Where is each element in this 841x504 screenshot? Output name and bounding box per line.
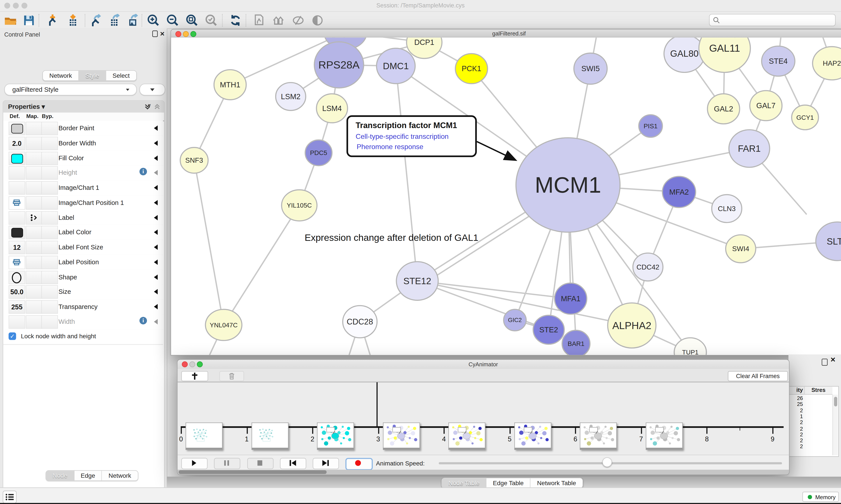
mapping-cell[interactable] — [26, 271, 42, 284]
bypass-cell[interactable] — [41, 241, 58, 254]
bypass-cell[interactable] — [41, 226, 58, 239]
mapping-cell[interactable] — [26, 315, 42, 328]
home-network-icon[interactable] — [272, 14, 285, 27]
bypass-cell[interactable] — [41, 137, 58, 150]
text-annotation[interactable]: Expression change after deletion of GAL1 — [305, 232, 478, 243]
hide-eye-icon[interactable] — [292, 14, 305, 27]
info-icon[interactable]: i — [140, 168, 147, 175]
bypass-cell[interactable] — [41, 211, 58, 224]
show-eye-icon[interactable] — [311, 14, 324, 27]
tab-select[interactable]: Select — [106, 71, 136, 80]
copy-document-icon[interactable] — [252, 14, 265, 27]
pause-button[interactable] — [214, 458, 240, 469]
mapping-cell[interactable] — [26, 151, 42, 165]
property-row-fill-color[interactable]: Fill Color — [3, 150, 163, 166]
table-cell[interactable]: 1 — [790, 413, 803, 419]
record-button[interactable] — [345, 458, 373, 470]
mapping-cell[interactable] — [26, 285, 42, 299]
property-row-size[interactable]: 50.0Size — [3, 284, 163, 300]
delete-frame-button[interactable] — [219, 371, 244, 381]
frame-thumbnail-3[interactable] — [383, 422, 420, 450]
property-row-border-paint[interactable]: Border Paint — [3, 121, 163, 136]
next-frame-button[interactable] — [313, 458, 339, 469]
default-value-cell[interactable]: 12 — [8, 241, 25, 254]
table-cell[interactable]: 2 — [790, 444, 803, 449]
table-cell[interactable]: 2 — [790, 438, 803, 444]
mapping-cell[interactable] — [26, 181, 42, 195]
expand-arrow-icon[interactable] — [154, 245, 158, 250]
zoom-out-icon[interactable] — [166, 14, 179, 27]
bypass-cell[interactable] — [41, 315, 58, 328]
frame-thumbnail-0[interactable] — [185, 422, 222, 450]
default-value-cell[interactable]: 255 — [8, 300, 25, 313]
export-table-icon[interactable] — [108, 14, 121, 27]
property-row-image-chart-position-1[interactable]: Image/Chart Position 1 — [3, 195, 163, 211]
play-button[interactable] — [181, 458, 208, 469]
property-row-image-chart-1[interactable]: Image/Chart 1 — [3, 180, 163, 196]
annotation-link[interactable]: Cell-type-specific transcription — [356, 132, 449, 141]
zoom-selected-icon[interactable] — [205, 14, 218, 27]
column-header[interactable]: ity — [789, 386, 804, 395]
bypass-cell[interactable] — [41, 271, 58, 284]
playhead[interactable] — [377, 382, 378, 426]
property-row-width[interactable]: Widthi — [3, 314, 163, 329]
expand-arrow-icon[interactable] — [154, 185, 158, 190]
bypass-cell[interactable] — [41, 196, 58, 210]
expand-arrow-icon[interactable] — [154, 304, 158, 309]
table-cell[interactable]: 25 — [790, 401, 803, 407]
property-row-label-color[interactable]: Label Color — [3, 225, 163, 240]
mapping-cell[interactable] — [26, 211, 42, 224]
expand-arrow-icon[interactable] — [154, 155, 158, 161]
tab-node[interactable]: Node — [46, 471, 74, 480]
frame-thumbnail-4[interactable] — [449, 422, 486, 450]
bypass-cell[interactable] — [41, 285, 58, 299]
zoom-fit-icon[interactable] — [185, 14, 198, 27]
expand-arrow-icon[interactable] — [154, 274, 158, 280]
tab-network[interactable]: Network — [102, 471, 138, 480]
mapping-cell[interactable] — [26, 137, 42, 150]
expand-arrow-icon[interactable] — [154, 319, 158, 324]
table-scrollbar[interactable] — [833, 395, 838, 455]
mapping-cell[interactable] — [26, 196, 42, 210]
property-row-label[interactable]: Label — [3, 210, 163, 225]
expand-arrow-icon[interactable] — [154, 230, 158, 235]
export-image-icon[interactable] — [127, 14, 140, 27]
bypass-cell[interactable] — [41, 151, 58, 165]
table-cell[interactable]: 2 — [790, 432, 803, 437]
mapping-cell[interactable] — [26, 226, 42, 239]
search-input[interactable] — [709, 14, 836, 26]
float-panel-icon[interactable] — [153, 31, 158, 37]
network-canvas[interactable]: RPS28BDCP1RPS28ADMC1PCK1MTH1LSM2LSM4SNF3… — [171, 37, 841, 355]
edge-SNF3-YNL047C[interactable] — [194, 160, 224, 325]
default-value-cell[interactable] — [8, 166, 25, 180]
default-value-cell[interactable] — [8, 226, 25, 239]
tab-edge[interactable]: Edge — [74, 471, 102, 480]
previous-frame-button[interactable] — [280, 458, 306, 469]
table-cell[interactable]: 2 — [790, 419, 803, 426]
bypass-cell[interactable] — [41, 256, 58, 269]
frame-thumbnail-7[interactable] — [646, 422, 683, 450]
tab-edge-table[interactable]: Edge Table — [486, 478, 531, 488]
frame-thumbnail-2[interactable] — [317, 422, 354, 450]
collapse-down-icon[interactable] — [144, 103, 151, 110]
tab-network-table[interactable]: Network Table — [531, 478, 583, 488]
table-cell[interactable]: 2 — [790, 407, 803, 413]
default-value-cell[interactable]: 50.0 — [8, 285, 25, 299]
tab-network[interactable]: Network — [43, 71, 79, 80]
speed-slider-handle[interactable] — [602, 457, 612, 467]
add-frame-button[interactable] — [181, 371, 208, 381]
clear-all-frames-button[interactable]: Clear All Frames — [728, 371, 788, 381]
expand-arrow-icon[interactable] — [154, 125, 158, 131]
tab-style[interactable]: Style — [79, 71, 106, 80]
property-row-label-position[interactable]: Label Position — [3, 255, 163, 270]
float-panel-icon[interactable] — [822, 359, 828, 366]
property-row-transparency[interactable]: 255Transparency — [3, 299, 163, 314]
default-value-cell[interactable] — [8, 271, 25, 284]
save-icon[interactable] — [22, 14, 35, 27]
mapping-cell[interactable] — [26, 241, 42, 254]
tab-node-table[interactable]: Node Table — [442, 478, 486, 488]
bypass-cell[interactable] — [41, 166, 58, 180]
default-value-cell[interactable] — [8, 211, 25, 224]
property-row-label-font-size[interactable]: 12Label Font Size — [3, 240, 163, 255]
edge-DMC1-STE12[interactable] — [396, 66, 417, 281]
